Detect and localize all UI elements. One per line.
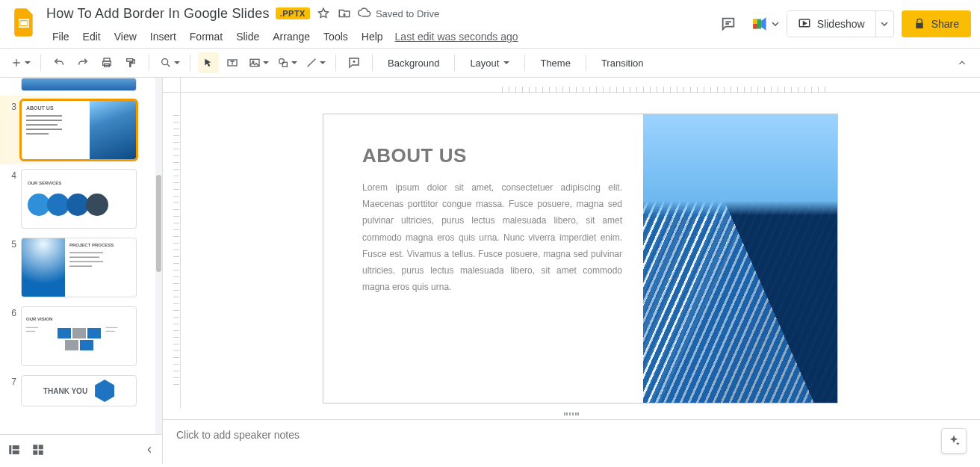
slide-body[interactable]: Lorem ipsum dolor sit amet, consectetuer… (362, 179, 622, 295)
slide-heading[interactable]: ABOUT US (362, 144, 622, 167)
svg-rect-17 (39, 450, 43, 454)
file-type-badge: .PPTX (276, 7, 310, 19)
explore-button[interactable] (941, 428, 967, 454)
menu-view[interactable]: View (108, 28, 143, 46)
toolbar: Background Layout Theme Transition (0, 48, 980, 78)
slide-thumbnail[interactable]: THANK YOU (21, 375, 137, 406)
svg-rect-15 (39, 445, 43, 449)
meet-button[interactable] (751, 10, 779, 38)
thumb-number: 6 (7, 306, 16, 318)
slide-thumbnail[interactable]: PROJECT PROCESS▬▬▬▬▬▬▬▬▬▬▬▬▬▬▬▬▬▬▬▬▬▬▬▬▬… (21, 238, 137, 297)
textbox-tool[interactable] (222, 52, 243, 73)
vertical-ruler (163, 93, 181, 409)
slideshow-dropdown[interactable] (875, 11, 893, 37)
notes-resize-handle[interactable] (163, 409, 980, 419)
select-tool[interactable] (198, 52, 219, 73)
slide-thumbnail[interactable]: OUR VISION ▬▬▬▬▬▬▬ ▬▬▬▬▬▬▬ (21, 306, 137, 366)
slide-thumbnail[interactable] (21, 78, 137, 91)
svg-rect-11 (9, 445, 11, 454)
zoom-button[interactable] (157, 52, 182, 73)
svg-rect-14 (33, 445, 37, 449)
menu-tools[interactable]: Tools (317, 28, 354, 46)
sidebar-footer (0, 434, 162, 464)
menu-help[interactable]: Help (356, 28, 389, 46)
redo-button[interactable] (72, 52, 93, 73)
menu-edit[interactable]: Edit (77, 28, 107, 46)
line-tool[interactable] (303, 52, 328, 73)
menu-insert[interactable]: Insert (144, 28, 182, 46)
collapse-panel-button[interactable] (144, 445, 155, 455)
slide-thumbnail[interactable]: ABOUT US▬▬▬▬▬▬▬▬▬▬▬▬▬▬▬▬▬▬▬▬▬▬▬▬▬▬▬▬▬▬▬▬… (21, 100, 137, 160)
save-status-label: Saved to Drive (376, 8, 439, 19)
thumb-number: 7 (7, 375, 16, 387)
notes-placeholder: Click to add speaker notes (176, 429, 300, 441)
comment-tool[interactable] (344, 52, 365, 73)
doc-title[interactable]: How To Add Border In Google Slides (46, 6, 270, 22)
paint-format-button[interactable] (120, 52, 141, 73)
speaker-notes[interactable]: Click to add speaker notes (163, 419, 980, 464)
collapse-toolbar-button[interactable] (952, 52, 973, 73)
thumb-number (7, 78, 16, 79)
slide-canvas[interactable]: ABOUT US Lorem ipsum dolor sit amet, con… (323, 114, 838, 403)
move-icon[interactable] (337, 6, 352, 21)
slideshow-button-group: Slideshow (787, 10, 894, 37)
transition-button[interactable]: Transition (594, 52, 651, 73)
star-icon[interactable] (316, 6, 331, 21)
thumb-number: 5 (7, 238, 16, 250)
sidebar-scrollbar[interactable] (155, 78, 162, 464)
svg-rect-12 (13, 445, 19, 449)
slideshow-button[interactable]: Slideshow (787, 11, 875, 37)
comments-button[interactable] (713, 9, 743, 39)
theme-button[interactable]: Theme (533, 52, 577, 73)
slide-panel: 3 ABOUT US▬▬▬▬▬▬▬▬▬▬▬▬▬▬▬▬▬▬▬▬▬▬▬▬▬▬▬▬▬▬… (0, 78, 163, 464)
menu-arrange[interactable]: Arrange (267, 28, 316, 46)
background-button[interactable]: Background (380, 52, 447, 73)
slides-app-icon[interactable] (9, 7, 39, 37)
svg-rect-0 (20, 21, 28, 26)
slide-image[interactable] (643, 114, 837, 403)
slide-thumbnail[interactable]: OUR SERVICES (21, 169, 137, 229)
last-edit-link[interactable]: Last edit was seconds ago (395, 31, 518, 43)
svg-rect-16 (33, 450, 37, 454)
menu-format[interactable]: Format (184, 28, 229, 46)
share-label: Share (931, 18, 959, 30)
svg-point-5 (162, 59, 168, 65)
share-button[interactable]: Share (902, 10, 971, 37)
undo-button[interactable] (49, 52, 69, 73)
image-tool[interactable] (246, 52, 271, 73)
shape-tool[interactable] (274, 52, 300, 73)
svg-point-9 (279, 59, 285, 64)
layout-button[interactable]: Layout (462, 52, 517, 73)
grid-view-button[interactable] (31, 443, 45, 457)
menu-file[interactable]: File (46, 28, 75, 46)
save-status[interactable]: Saved to Drive (358, 7, 439, 20)
print-button[interactable] (96, 52, 117, 73)
new-slide-button[interactable] (7, 52, 33, 73)
slideshow-label: Slideshow (817, 18, 865, 30)
horizontal-ruler (181, 78, 980, 93)
filmstrip-view-button[interactable] (7, 443, 21, 457)
menu-bar: File Edit View Insert Format Slide Arran… (46, 25, 706, 48)
thumb-number: 4 (7, 169, 16, 181)
thumb-number: 3 (7, 100, 16, 112)
svg-rect-13 (13, 450, 19, 454)
menu-slide[interactable]: Slide (230, 28, 265, 46)
